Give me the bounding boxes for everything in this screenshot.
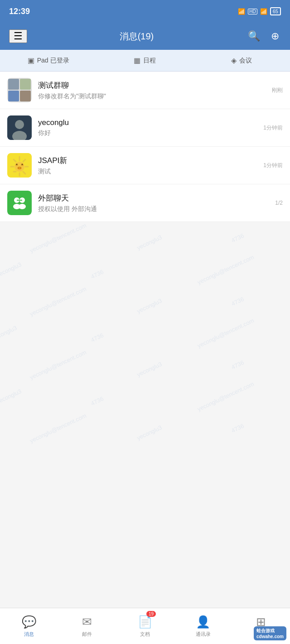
meeting-tab[interactable]: ◈ 会议 [193, 50, 290, 71]
message-content: yeconglu 你好 [38, 118, 259, 137]
list-item[interactable]: 测试群聊 你修改群名为"测试群聊" 刚刚 [0, 72, 290, 109]
status-icons: 📶 HD 📶 65 [238, 7, 281, 15]
list-item[interactable]: yeconglu 你好 1分钟前 [0, 109, 290, 147]
meeting-label: 会议 [239, 57, 252, 65]
svg-point-19 [16, 164, 18, 165]
signal-icon: 📶 [238, 8, 245, 15]
message-preview: 你好 [38, 129, 259, 137]
nav-label-contacts: 通讯录 [196, 631, 211, 638]
message-name: yeconglu [38, 118, 259, 127]
wifi-icon: 📶 [260, 8, 267, 15]
message-meta: 1分钟前 [263, 124, 283, 132]
svg-point-24 [19, 204, 26, 209]
message-name: JSAPI新 [38, 155, 259, 166]
nav-item-contacts[interactable]: 👤 通讯录 [174, 608, 232, 644]
svg-point-17 [18, 168, 19, 168]
message-content: 外部聊天 授权以使用 外部沟通 [38, 193, 271, 213]
nav-item-messages[interactable]: 💬 消息 [0, 608, 58, 644]
menu-button[interactable]: ☰ [9, 29, 27, 43]
nav-label-messages: 消息 [24, 631, 34, 638]
message-meta: 刚刚 [272, 87, 283, 94]
mail-icon: ✉ [82, 615, 92, 629]
message-time: 1分钟前 [263, 162, 283, 169]
svg-point-1 [15, 120, 24, 129]
avatar [7, 115, 32, 140]
empty-area [0, 222, 290, 593]
message-list: 测试群聊 你修改群名为"测试群聊" 刚刚 yeconglu 你好 1分钟前 [0, 72, 290, 222]
svg-point-18 [20, 168, 21, 168]
message-preview: 你修改群名为"测试群聊" [38, 92, 267, 101]
status-bar: 12:39 📶 HD 📶 65 [0, 0, 290, 23]
bottom-nav: 💬 消息 ✉ 邮件 19 📄 文档 👤 通讯录 ⊞ 工作台 [0, 608, 290, 644]
message-content: JSAPI新 测试 [38, 155, 259, 176]
docs-badge: 19 [146, 611, 156, 617]
pad-label: Pad 已登录 [37, 57, 69, 65]
nav-label-docs: 文档 [140, 631, 150, 638]
header: ☰ 消息(19) 🔍 ⊕ [0, 23, 290, 50]
message-content: 测试群聊 你修改群名为"测试群聊" [38, 80, 267, 101]
message-preview: 授权以使用 外部沟通 [38, 205, 271, 213]
meeting-icon: ◈ [231, 56, 237, 65]
list-item[interactable]: JSAPI新 测试 1分钟前 [0, 147, 290, 184]
svg-point-16 [17, 167, 22, 170]
docs-icon: 📄 [138, 615, 152, 629]
message-preview: 测试 [38, 168, 259, 176]
contacts-icon: 👤 [196, 615, 210, 629]
schedule-icon: ▦ [134, 56, 140, 65]
message-meta: 1分钟前 [263, 162, 283, 169]
battery-indicator: 65 [270, 7, 281, 15]
schedule-tab[interactable]: ▦ 日程 [97, 50, 193, 71]
nav-label-mail: 邮件 [82, 631, 92, 638]
avatar [7, 78, 32, 102]
message-time: 1/2 [275, 200, 283, 206]
messages-icon: 💬 [22, 615, 36, 629]
avatar [7, 191, 32, 215]
pad-icon: ▣ [28, 56, 34, 65]
message-time: 刚刚 [272, 87, 283, 94]
search-button[interactable]: 🔍 [246, 29, 262, 44]
add-button[interactable]: ⊕ [269, 29, 281, 44]
svg-point-20 [22, 164, 23, 165]
pad-tab[interactable]: ▣ Pad 已登录 [0, 50, 97, 71]
nav-item-mail[interactable]: ✉ 邮件 [58, 608, 116, 644]
list-item[interactable]: 外部聊天 授权以使用 外部沟通 1/2 [0, 184, 290, 222]
message-name: 外部聊天 [38, 193, 271, 203]
nav-item-docs[interactable]: 19 📄 文档 [116, 608, 174, 644]
header-actions: 🔍 ⊕ [246, 29, 281, 44]
hd-badge: HD [248, 9, 257, 14]
message-meta: 1/2 [275, 200, 283, 206]
schedule-label: 日程 [143, 57, 156, 65]
avatar [7, 153, 32, 178]
message-time: 1分钟前 [263, 124, 283, 132]
cdwahe-logo: 蛙合游戏cdwahe.com [254, 626, 286, 640]
status-time: 12:39 [9, 7, 30, 16]
sub-header: ▣ Pad 已登录 ▦ 日程 ◈ 会议 [0, 50, 290, 72]
message-name: 测试群聊 [38, 80, 267, 91]
page-title: 消息(19) [120, 30, 154, 43]
